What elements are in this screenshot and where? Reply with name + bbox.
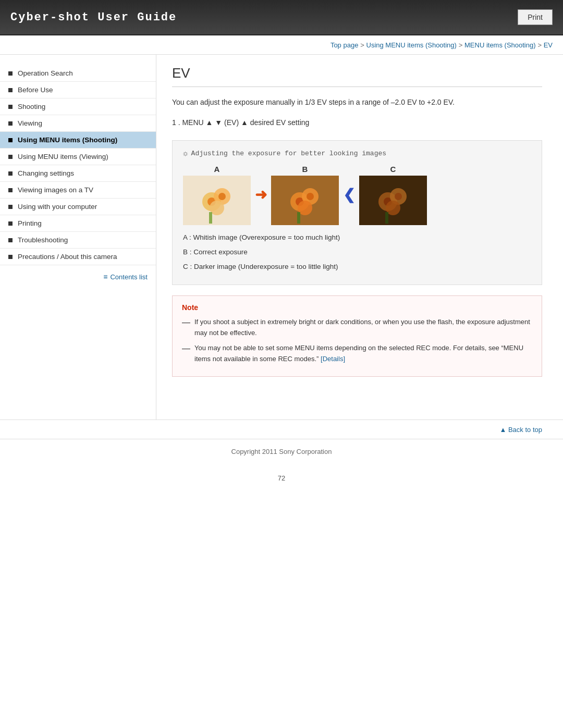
breadcrumb-section2[interactable]: MENU items (Shooting) <box>464 41 536 49</box>
bullet-icon <box>8 205 13 209</box>
sidebar-item-label: Operation Search <box>18 69 73 77</box>
note-item-1: —You may not be able to set some MENU it… <box>182 343 532 365</box>
app-title: Cyber-shot User Guide <box>10 11 177 24</box>
sidebar-item-label: Viewing <box>18 119 42 127</box>
note-bullet: — <box>182 317 190 339</box>
sidebar-item-precautions[interactable]: Precautions / About this camera <box>0 249 156 265</box>
back-to-top-bar: ▲ Back to top <box>0 419 563 439</box>
exposure-desc: C : Darker image (Underexposure = too li… <box>183 262 531 272</box>
image-b-block: B <box>271 165 339 225</box>
image-a <box>183 176 251 225</box>
sidebar: Operation SearchBefore UseShootingViewin… <box>0 55 156 419</box>
sidebar-item-using-menu-viewing[interactable]: Using MENU items (Viewing) <box>0 149 156 165</box>
image-c <box>359 176 427 225</box>
svg-rect-22 <box>385 212 388 224</box>
sidebar-item-operation-search[interactable]: Operation Search <box>0 65 156 82</box>
bullet-icon <box>8 138 13 142</box>
bullet-icon <box>8 238 13 242</box>
bullet-icon <box>8 188 13 192</box>
sidebar-item-viewing-tv[interactable]: Viewing images on a TV <box>0 182 156 199</box>
image-b-label: B <box>302 165 308 174</box>
details-link[interactable]: [Details] <box>321 355 345 363</box>
breadcrumb-current[interactable]: EV <box>544 41 553 49</box>
tip-title: ☼ Adjusting the exposure for better look… <box>183 149 531 158</box>
exposure-desc: A : Whitish image (Overexposure = too mu… <box>183 232 531 243</box>
breadcrumb-section1[interactable]: Using MENU items (Shooting) <box>366 41 457 49</box>
tip-title-text: Adjusting the exposure for better lookin… <box>191 150 386 157</box>
note-box: Note —If you shoot a subject in extremel… <box>172 295 542 376</box>
image-b <box>271 176 339 225</box>
sidebar-item-printing[interactable]: Printing <box>0 215 156 232</box>
svg-point-20 <box>395 193 402 200</box>
bullet-icon <box>8 221 13 226</box>
sidebar-item-before-use[interactable]: Before Use <box>0 82 156 98</box>
sidebar-item-using-menu-shooting[interactable]: Using MENU items (Shooting) <box>0 132 156 149</box>
page-description: You can adjust the exposure manually in … <box>172 96 542 108</box>
sidebar-item-label: Using MENU items (Viewing) <box>18 153 108 161</box>
exposure-images-row: A ➜ B <box>183 165 531 225</box>
bullet-icon <box>8 88 13 92</box>
back-to-top-link[interactable]: ▲ Back to top <box>499 426 542 434</box>
arrow-right-icon: ➜ <box>255 186 267 203</box>
contents-list-label: Contents list <box>110 273 148 281</box>
note-text: If you shoot a subject in extremely brig… <box>194 317 532 339</box>
sidebar-item-label: Using with your computer <box>18 203 97 211</box>
sidebar-item-viewing[interactable]: Viewing <box>0 115 156 132</box>
svg-point-5 <box>218 193 226 200</box>
sidebar-item-label: Viewing images on a TV <box>18 186 93 194</box>
bullet-icon <box>8 121 13 126</box>
svg-rect-7 <box>209 212 212 224</box>
page-number: 72 <box>0 464 563 492</box>
sidebar-item-changing-settings[interactable]: Changing settings <box>0 165 156 182</box>
page-title: EV <box>172 65 542 87</box>
contents-list-link[interactable]: ≡ Contents list <box>0 265 156 285</box>
sun-icon: ☼ <box>183 149 188 158</box>
print-button[interactable]: Print <box>518 9 553 25</box>
image-a-block: A <box>183 165 251 225</box>
copyright-text: Copyright 2011 Sony Corporation <box>231 448 332 455</box>
breadcrumb-top[interactable]: Top page <box>331 41 359 49</box>
content-area: EV You can adjust the exposure manually … <box>156 55 563 419</box>
sidebar-item-label: Using MENU items (Shooting) <box>18 136 117 144</box>
step-instruction: 1 . MENU ▲ ▼ (EV) ▲ desired EV setting <box>172 116 542 129</box>
note-item-0: —If you shoot a subject in extremely bri… <box>182 317 532 339</box>
note-bullet: — <box>182 343 190 365</box>
main-layout: Operation SearchBefore UseShootingViewin… <box>0 55 563 419</box>
svg-rect-14 <box>297 212 300 224</box>
bullet-icon <box>8 171 13 176</box>
note-text: You may not be able to set some MENU ite… <box>194 343 532 365</box>
sidebar-item-label: Precautions / About this camera <box>18 253 117 261</box>
breadcrumb: Top page > Using MENU items (Shooting) >… <box>0 35 563 55</box>
bullet-icon <box>8 155 13 159</box>
image-c-block: C <box>359 165 427 225</box>
sidebar-item-using-computer[interactable]: Using with your computer <box>0 199 156 215</box>
bullet-icon <box>8 255 13 259</box>
sidebar-item-troubleshooting[interactable]: Troubleshooting <box>0 232 156 249</box>
note-title: Note <box>182 303 532 312</box>
bullet-icon <box>8 105 13 109</box>
list-icon: ≡ <box>103 273 107 281</box>
footer: Copyright 2011 Sony Corporation <box>0 439 563 464</box>
exposure-desc: B : Correct exposure <box>183 247 531 257</box>
sidebar-item-shooting[interactable]: Shooting <box>0 98 156 115</box>
sidebar-item-label: Printing <box>18 219 42 227</box>
image-c-label: C <box>390 165 396 174</box>
sidebar-item-label: Shooting <box>18 103 45 110</box>
sidebar-item-label: Troubleshooting <box>18 236 68 244</box>
image-a-label: A <box>214 165 220 174</box>
header: Cyber-shot User Guide Print <box>0 0 563 35</box>
svg-point-12 <box>307 193 314 200</box>
bullet-icon <box>8 71 13 76</box>
arrow-left-icon: ❮ <box>343 186 355 203</box>
sidebar-item-label: Before Use <box>18 86 53 94</box>
tip-box: ☼ Adjusting the exposure for better look… <box>172 140 542 286</box>
sidebar-item-label: Changing settings <box>18 169 74 177</box>
